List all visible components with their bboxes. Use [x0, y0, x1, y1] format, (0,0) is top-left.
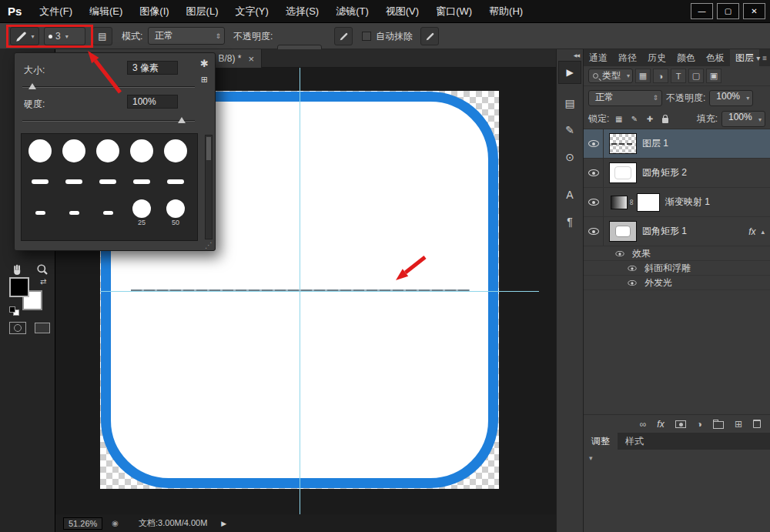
panel-menu-button[interactable]: ▾ ≡: [756, 49, 767, 66]
brush-preset-item[interactable]: [96, 139, 119, 162]
quick-mask-button[interactable]: [9, 322, 26, 334]
menu-item-edit[interactable]: 编辑(E): [81, 0, 131, 23]
fill-select[interactable]: 100%: [721, 111, 765, 127]
preset-scrollbar[interactable]: [205, 135, 213, 239]
mode-select[interactable]: 正常: [148, 27, 225, 45]
collapse-effects-icon[interactable]: ▴: [761, 228, 765, 236]
slider-thumb[interactable]: [28, 83, 36, 89]
tab-layers[interactable]: 图层: [730, 49, 759, 66]
tab-channels[interactable]: 通道: [584, 49, 613, 66]
filter-adjustment-button[interactable]: ◑: [653, 69, 668, 83]
actions-panel-button[interactable]: ▶: [558, 61, 581, 84]
brush-preset-item[interactable]: [99, 179, 116, 184]
brush-preset-item[interactable]: [28, 139, 52, 162]
gear-icon[interactable]: ✱: [200, 58, 209, 69]
tab-swatches[interactable]: 色板: [701, 49, 730, 66]
menu-item-image[interactable]: 图像(I): [131, 0, 177, 23]
visibility-cell[interactable]: [584, 129, 604, 158]
layer-style-button[interactable]: fx: [657, 419, 664, 430]
lock-transparency-button[interactable]: ▦: [613, 113, 624, 125]
foreground-color-swatch[interactable]: [9, 277, 29, 297]
character-panel-button[interactable]: A: [559, 185, 581, 205]
clone-source-panel-button[interactable]: ⊙: [559, 147, 581, 167]
layer-row-roundrect1[interactable]: 圆角矩形 1 fx ▴: [584, 217, 770, 246]
layer-thumbnail[interactable]: [609, 162, 637, 183]
paragraph-panel-button[interactable]: ¶: [559, 212, 581, 232]
eye-icon[interactable]: [628, 279, 636, 285]
lock-all-button[interactable]: [659, 113, 671, 125]
lock-position-button[interactable]: ✚: [644, 113, 655, 125]
brush-preset-item[interactable]: [130, 139, 153, 162]
brush-preset-item[interactable]: [32, 179, 49, 184]
menu-item-file[interactable]: 文件(F): [31, 0, 81, 23]
eye-icon[interactable]: [615, 250, 624, 256]
filter-shape-button[interactable]: ▢: [688, 69, 704, 83]
blend-mode-select[interactable]: 正常: [588, 90, 662, 106]
filter-type-select[interactable]: 类型: [588, 69, 633, 83]
layer-row-layer1[interactable]: 图层 1: [584, 129, 770, 159]
brush-preset-item[interactable]: [167, 179, 184, 184]
tab-paths[interactable]: 路径: [613, 49, 642, 66]
new-preset-icon[interactable]: ⊞: [201, 75, 208, 85]
adjustment-thumbnail[interactable]: [611, 196, 628, 209]
layer-thumbnail[interactable]: [609, 221, 637, 242]
brush-preset-item[interactable]: [62, 139, 85, 162]
close-tab-icon[interactable]: ×: [248, 53, 254, 65]
effect-bevel-emboss-row[interactable]: 斜面和浮雕: [584, 261, 770, 276]
menu-item-type[interactable]: 文字(Y): [226, 0, 276, 23]
brush-preset-item[interactable]: [133, 179, 150, 184]
filter-smart-object-button[interactable]: ▣: [706, 69, 721, 83]
tab-color[interactable]: 颜色: [671, 49, 701, 66]
layer-thumbnail[interactable]: [609, 133, 637, 154]
layer-row-roundrect2[interactable]: 圆角矩形 2: [584, 159, 770, 188]
menu-item-filter[interactable]: 滤镜(T): [327, 0, 377, 23]
filter-text-button[interactable]: T: [671, 69, 686, 83]
brush-preset-item[interactable]: [65, 179, 82, 184]
menu-item-select[interactable]: 选择(S): [277, 0, 327, 23]
visibility-cell[interactable]: [584, 188, 604, 216]
layer-mask-thumbnail[interactable]: [637, 193, 660, 212]
visibility-cell[interactable]: [584, 217, 604, 246]
tab-styles[interactable]: 样式: [618, 433, 651, 450]
swap-colors-icon[interactable]: ⇄: [40, 277, 46, 286]
panel-collapse-icon[interactable]: ▾: [589, 454, 593, 462]
close-button[interactable]: ✕: [743, 3, 765, 19]
menu-item-layer[interactable]: 图层(L): [178, 0, 227, 23]
new-group-button[interactable]: [713, 420, 724, 429]
brush-presets-panel-button[interactable]: ▤: [559, 93, 581, 113]
auto-erase-checkbox[interactable]: [362, 32, 371, 41]
tab-adjustments[interactable]: 调整: [584, 433, 618, 450]
new-adjustment-layer-button[interactable]: ◑: [697, 419, 702, 430]
size-value-field[interactable]: 3 像素: [127, 61, 178, 75]
menu-item-window[interactable]: 窗口(W): [427, 0, 480, 23]
brush-preset-item[interactable]: 25: [132, 199, 151, 226]
default-colors-icon[interactable]: [9, 306, 22, 316]
minimize-button[interactable]: —: [691, 3, 713, 19]
link-layers-button[interactable]: ∞: [640, 419, 647, 430]
menu-item-view[interactable]: 视图(V): [377, 0, 427, 23]
brush-preset-item[interactable]: 50: [166, 199, 185, 226]
brush-preset-item[interactable]: [69, 211, 79, 215]
effect-outer-glow-row[interactable]: 外发光: [584, 276, 770, 290]
filter-pixel-button[interactable]: ▦: [635, 69, 651, 83]
airbrush-button[interactable]: [334, 27, 353, 45]
brush-preset-item[interactable]: [35, 211, 45, 215]
add-mask-button[interactable]: [675, 420, 686, 428]
hardness-slider[interactable]: [22, 116, 195, 125]
slider-thumb[interactable]: [178, 117, 186, 123]
screen-mode-button[interactable]: [35, 323, 50, 333]
tab-history[interactable]: 历史: [642, 49, 671, 66]
visibility-cell[interactable]: [584, 159, 604, 187]
menu-item-help[interactable]: 帮助(H): [480, 0, 531, 23]
delete-layer-button[interactable]: [753, 420, 761, 428]
effects-row[interactable]: 效果: [584, 246, 770, 261]
pressure-opacity-button[interactable]: [420, 27, 439, 45]
new-layer-button[interactable]: ⊞: [735, 419, 742, 430]
expand-panels-icon[interactable]: ◀◀: [570, 51, 583, 61]
brush-preset-item[interactable]: [103, 211, 113, 215]
layer-row-gradientmap[interactable]: ∞ 渐变映射 1: [584, 188, 770, 217]
resize-grip[interactable]: ⋰: [205, 241, 213, 249]
hardness-value-field[interactable]: 100%: [127, 95, 178, 109]
zoom-field[interactable]: 51.26%: [63, 517, 102, 530]
maximize-button[interactable]: ▢: [717, 3, 739, 19]
